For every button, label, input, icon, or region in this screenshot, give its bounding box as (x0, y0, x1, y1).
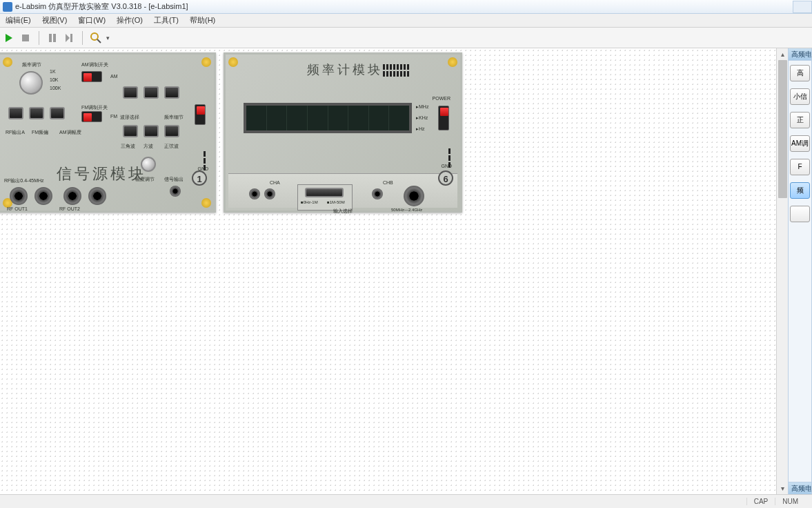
label-amp-adj: 幅度调节 (135, 176, 155, 183)
header-pins (383, 64, 409, 70)
svg-marker-4 (66, 34, 70, 42)
button-r2c[interactable] (50, 107, 65, 119)
port-cha-1[interactable] (249, 188, 260, 199)
menu-edit[interactable]: 编辑(E) (0, 15, 37, 26)
label-input-sel: 输入选择 (333, 208, 353, 215)
label-rf-out2: RF OUT2 (59, 206, 80, 211)
button-r2e[interactable] (143, 125, 159, 137)
button-pb3[interactable] (164, 86, 179, 99)
menubar: 编辑(E) 视图(V) 窗口(W) 操作(O) 工具(T) 帮助(H) (0, 14, 812, 28)
svg-rect-2 (49, 34, 52, 42)
label-1k: 1K (50, 69, 56, 74)
label-am-amp: AM调幅度 (59, 129, 81, 136)
status-cap: CAP (746, 498, 775, 505)
button-r2b[interactable] (29, 107, 44, 119)
label-square: 方波 (143, 143, 153, 150)
rp-btn-6[interactable] (790, 206, 810, 222)
label-fm: FM (110, 114, 117, 119)
port-cha-2[interactable] (264, 188, 275, 199)
menu-tool[interactable]: 工具(T) (148, 15, 184, 26)
toolbar-separator (39, 31, 39, 45)
svg-marker-0 (6, 34, 12, 42)
menu-operate[interactable]: 操作(O) (111, 15, 148, 26)
port-rf-out2b[interactable] (88, 187, 106, 205)
scroll-down-icon[interactable]: ▾ (777, 482, 788, 494)
module6-title: 频率计模块 (307, 61, 383, 78)
switch-fm[interactable] (81, 111, 102, 122)
button-input-sel[interactable] (305, 188, 344, 197)
label-mhz: ▸MHz (416, 104, 428, 110)
module1-number: 1 (192, 170, 207, 186)
rp-btn-3[interactable]: AM调 (790, 135, 810, 152)
label-am: AM (110, 74, 118, 79)
label-chb: CHB (383, 180, 393, 185)
port-sig-out[interactable] (170, 186, 181, 197)
run-button[interactable] (3, 32, 15, 44)
label-wave-sel: 波形选择 (120, 114, 139, 121)
zoom-button[interactable] (90, 32, 102, 44)
rp-btn-5[interactable]: 频 (790, 182, 810, 199)
button-pb2[interactable] (143, 86, 159, 99)
port-chb-1[interactable] (372, 188, 383, 199)
workspace-canvas[interactable]: 频率调节 AM调制开关 1K 10K 100K AM FM调制开关 FM 波形选… (0, 48, 776, 494)
label-fm-out: FM频偏 (32, 129, 48, 136)
app-icon (3, 2, 12, 12)
stop-button[interactable] (19, 32, 32, 44)
toolbar-separator-2 (82, 31, 83, 45)
vertical-scrollbar[interactable]: ▴ ▾ (776, 48, 788, 494)
rp-btn-2[interactable]: 正 (790, 112, 810, 128)
rp-btn-4[interactable]: F (790, 159, 810, 175)
led-display (244, 103, 412, 133)
rp-btn-0[interactable]: 高 (790, 65, 810, 81)
label-sig-out: 信号输出 (164, 176, 184, 183)
right-panel: 高频电子 高 小信 正 AM调 F 频 高频电 (788, 48, 812, 494)
knob-frequency[interactable] (19, 71, 43, 95)
minimize-button[interactable] (793, 1, 812, 13)
right-panel-body: 高 小信 正 AM调 F 频 (789, 61, 811, 482)
menu-help[interactable]: 帮助(H) (184, 15, 221, 26)
svg-point-6 (91, 33, 98, 40)
label-rf-out-a: RF输出A (6, 129, 25, 136)
label-10k: 10K (50, 77, 58, 82)
label-100k: 100K (50, 86, 61, 90)
scroll-up-icon[interactable]: ▴ (777, 48, 788, 60)
svg-rect-1 (22, 35, 29, 41)
right-panel-footer: 高频电 (789, 482, 811, 494)
svg-rect-5 (70, 34, 72, 42)
menu-view[interactable]: 视图(V) (37, 15, 73, 26)
switch-power6[interactable] (438, 106, 449, 130)
knob-amplitude[interactable] (141, 157, 156, 172)
menu-window[interactable]: 窗口(W) (72, 15, 111, 26)
label-tri: 三角波 (121, 143, 135, 150)
svg-line-7 (97, 39, 101, 43)
label-rng-low: ■0Hz-1M (301, 200, 318, 204)
svg-rect-3 (53, 34, 56, 42)
step-button[interactable] (63, 32, 75, 44)
scroll-thumb[interactable] (778, 60, 787, 198)
label-sine: 正弦波 (164, 143, 179, 150)
button-r2d[interactable] (123, 125, 138, 137)
button-r2f[interactable] (164, 125, 179, 137)
module-signal-source[interactable]: 频率调节 AM调制开关 1K 10K 100K AM FM调制开关 FM 波形选… (0, 52, 216, 213)
port-rf-out1[interactable] (10, 187, 28, 205)
zoom-dropdown-icon[interactable]: ▾ (106, 35, 110, 41)
pause-button[interactable] (46, 32, 59, 44)
label-rng-high: ■1M-50M (327, 200, 345, 204)
toolbar: ▾ (0, 28, 812, 48)
label-hz: ▸Hz (416, 126, 425, 132)
button-pb1[interactable] (123, 86, 138, 99)
titlebar: e-Labsim 仿真型开放实验室 V3.0.318 - [e-Labsim1] (0, 0, 812, 14)
port-rf-out2[interactable] (63, 187, 81, 205)
rp-btn-1[interactable]: 小信 (790, 88, 810, 105)
port-rf-out1b[interactable] (34, 187, 52, 205)
label-rf-rng: RF输出0.4-45MHz (4, 177, 44, 184)
port-bnc[interactable] (404, 186, 424, 206)
module-freq-counter[interactable]: 频率计模块 ▸MHz ▸KHz ▸Hz POWER (224, 52, 462, 213)
switch-am[interactable] (81, 71, 102, 82)
switch-power1[interactable] (195, 104, 206, 125)
label-freq-fine: 频率细节 (164, 114, 184, 121)
label-khz: ▸KHz (416, 115, 428, 121)
module1-title: 信号源模块 (57, 164, 146, 184)
button-r2a[interactable] (8, 107, 23, 119)
status-num: NUM (775, 498, 805, 505)
